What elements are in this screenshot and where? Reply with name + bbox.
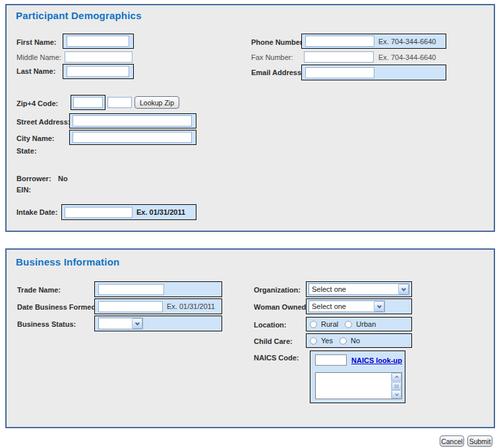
phone-number-input[interactable] (305, 36, 374, 47)
child-care-no-radio[interactable] (339, 337, 347, 345)
woman-owned-select-value: Select one (312, 302, 346, 310)
location-rural-radio[interactable] (310, 321, 317, 328)
first-name-label: First Name: (16, 38, 57, 46)
phone-example-text: Ex. 704-344-6640 (378, 38, 436, 45)
chevron-down-icon (132, 318, 142, 329)
middle-name-input[interactable] (65, 51, 133, 63)
street-address-highlight (69, 113, 196, 128)
submit-button[interactable]: Submit (467, 435, 492, 447)
date-business-formed-input[interactable] (98, 301, 163, 312)
zip-code-highlight (71, 95, 105, 110)
child-care-highlight: Yes No (306, 333, 412, 348)
participant-section-title: Participant Demographics (16, 10, 142, 21)
cancel-button[interactable]: Cancel (440, 435, 464, 447)
date-business-formed-highlight: Ex. 01/31/2011 (94, 298, 222, 314)
borrower-value: No (58, 175, 68, 182)
naics-code-listbox[interactable] (315, 372, 402, 399)
business-information-panel (5, 248, 495, 428)
scrollbar-thumb[interactable] (392, 382, 401, 390)
zip-code-label: Zip+4 Code: (16, 99, 58, 107)
business-status-select[interactable] (98, 318, 143, 329)
date-business-formed-example-text: Ex. 01/31/2011 (167, 302, 215, 310)
first-name-highlight (63, 34, 134, 49)
naics-code-label: NAICS Code: (254, 354, 299, 362)
email-address-input[interactable] (305, 67, 374, 78)
woman-owned-label: Woman Owned: (254, 303, 309, 311)
city-name-label: City Name: (16, 134, 54, 142)
intake-date-input[interactable] (65, 207, 133, 218)
lookup-zip-button[interactable]: Lookup Zip (134, 96, 179, 109)
location-urban-label: Urban (356, 320, 376, 328)
location-urban-radio[interactable] (345, 321, 352, 328)
child-care-label: Child Care: (254, 337, 293, 345)
street-address-input[interactable] (73, 115, 192, 126)
intake-date-highlight: Ex. 01/31/2011 (61, 204, 196, 220)
scroll-up-icon[interactable] (392, 373, 401, 381)
organization-highlight: Select one (306, 281, 412, 297)
date-business-formed-label: Date Business Formed: (17, 303, 98, 311)
trade-name-label: Trade Name: (17, 286, 61, 294)
first-name-input[interactable] (67, 36, 129, 47)
naics-listbox-area[interactable] (316, 373, 391, 399)
child-care-yes-label: Yes (321, 337, 333, 345)
phone-number-label: Phone Number: (251, 38, 305, 46)
last-name-input[interactable] (67, 66, 129, 77)
email-address-label: Email Address: (251, 69, 304, 76)
city-name-input[interactable] (73, 132, 192, 143)
business-status-label: Business Status: (17, 320, 76, 328)
middle-name-label: Middle Name: (16, 53, 61, 61)
intake-date-label: Intake Date: (16, 208, 57, 216)
fax-example-text: Ex. 704-344-6640 (378, 53, 436, 61)
naics-lookup-link[interactable]: NAICS look-up (351, 356, 402, 364)
naics-code-input[interactable] (315, 354, 347, 366)
state-label: State: (16, 147, 37, 155)
woman-owned-select[interactable]: Select one (309, 300, 385, 312)
zip-code-input[interactable] (73, 97, 103, 108)
fax-number-input[interactable] (304, 51, 374, 63)
trade-name-input[interactable] (98, 284, 164, 295)
organization-select[interactable]: Select one (309, 283, 409, 295)
trade-name-highlight (94, 281, 222, 297)
street-address-label: Street Address: (16, 118, 71, 126)
email-address-highlight (301, 65, 446, 80)
chevron-down-icon (374, 301, 384, 312)
zip-plus4-input[interactable] (107, 97, 132, 108)
location-label: Location: (254, 321, 287, 329)
business-status-highlight (94, 316, 222, 331)
woman-owned-highlight: Select one (306, 298, 412, 314)
child-care-yes-radio[interactable] (310, 337, 317, 345)
naics-listbox-scrollbar[interactable] (391, 373, 401, 399)
child-care-no-label: No (351, 337, 360, 345)
organization-label: Organization: (254, 286, 301, 294)
location-highlight: Rural Urban (306, 317, 412, 331)
location-rural-label: Rural (321, 320, 338, 328)
scroll-down-icon[interactable] (392, 390, 401, 399)
last-name-highlight (63, 64, 134, 79)
last-name-label: Last Name: (16, 67, 55, 75)
business-section-title: Business Information (16, 256, 119, 267)
chevron-down-icon (398, 284, 409, 294)
intake-date-example-text: Ex. 01/31/2011 (136, 208, 185, 216)
phone-number-highlight: Ex. 704-344-6640 (301, 34, 446, 49)
organization-select-value: Select one (312, 285, 346, 293)
fax-number-label: Fax Number: (251, 53, 293, 61)
city-name-highlight (69, 130, 196, 145)
borrower-label: Borrower: (16, 175, 51, 182)
ein-label: EIN: (16, 186, 31, 194)
